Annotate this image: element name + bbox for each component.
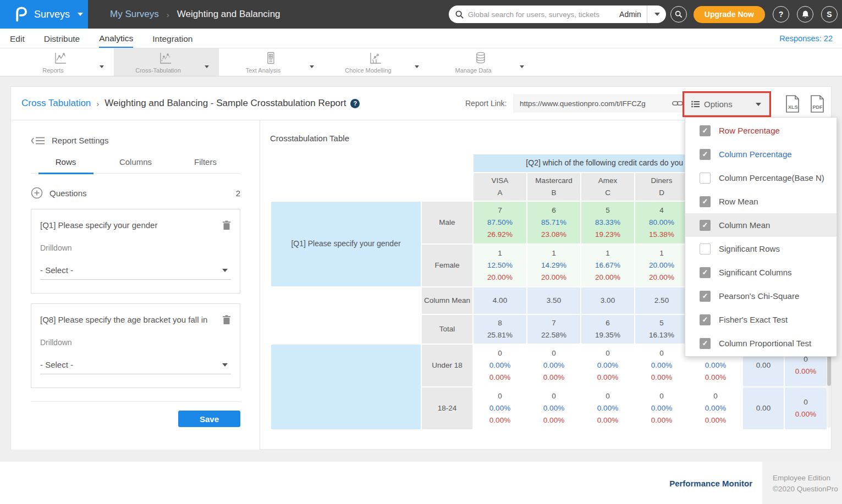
search-scope-dropdown[interactable] (647, 5, 666, 23)
report-title: Weighting and Balancing - Sample Crossta… (104, 98, 346, 109)
breadcrumb-current: Weighting and Balancing (177, 9, 280, 20)
drilldown-label: Drilldown (40, 243, 231, 252)
drilldown-select[interactable]: - Select - (40, 265, 231, 280)
data-cell: 00.00%0.00% (689, 387, 742, 429)
data-cell: 00.00%0.00% (474, 387, 526, 429)
nav-tab-analytics[interactable]: Analytics (99, 29, 133, 48)
top-bar: Surveys My Surveys › Weighting and Balan… (0, 0, 842, 29)
search-submit-button[interactable] (670, 6, 687, 23)
add-question-icon[interactable] (31, 187, 43, 199)
export-pdf-button[interactable]: PDF (809, 95, 826, 113)
collapse-menu-icon (31, 136, 45, 145)
total-cell: 619.35% (581, 315, 634, 344)
row-header-18-24: 18-24 (422, 387, 472, 429)
question-title: [Q1] Please specify your gender (40, 220, 222, 230)
toolbar-tab-text-analysis[interactable]: Text Analysis (219, 48, 324, 76)
tab-columns[interactable]: Columns (101, 157, 170, 173)
scrollbar-thumb[interactable] (827, 352, 831, 386)
database-icon (473, 51, 487, 65)
chevron-down-icon[interactable] (203, 60, 209, 70)
nav-tab-edit[interactable]: Edit (10, 30, 25, 47)
menu-item-column-mean[interactable]: Column Mean (685, 213, 837, 237)
tab-filters[interactable]: Filters (170, 157, 240, 173)
help-button[interactable]: ? (773, 6, 789, 23)
delete-question-button[interactable] (222, 315, 231, 325)
questions-count: 2 (236, 189, 240, 198)
menu-item-significant-rows[interactable]: Significant Rows (685, 237, 837, 261)
trash-icon (222, 220, 231, 230)
product-menu[interactable]: Surveys (0, 0, 88, 29)
total-cell: 516.13% (635, 315, 688, 344)
column-mean-cell: 3.00 (581, 287, 634, 314)
search-icon (675, 10, 683, 18)
menu-item-row-percentage[interactable]: Row Percentage (685, 119, 837, 142)
collapse-panel-button[interactable]: Report Settings (31, 136, 240, 145)
checkbox-checked-icon[interactable] (700, 267, 711, 278)
drilldown-select[interactable]: - Select - (40, 360, 231, 374)
checkbox-checked-icon[interactable] (700, 125, 711, 136)
user-avatar[interactable]: S (821, 6, 838, 23)
page: Surveys My Surveys › Weighting and Balan… (0, 0, 842, 504)
tab-rows[interactable]: Rows (31, 157, 101, 173)
column-header-mastercard: MastercardB (527, 173, 580, 201)
toolbar-tab-cross-tabulation[interactable]: Cross-Tabulation (114, 48, 219, 76)
menu-item-column-percentage-base-n[interactable]: Column Percentage(Base N) (685, 166, 837, 190)
responses-count[interactable]: Responses: 22 (779, 34, 842, 43)
checkbox-checked-icon[interactable] (700, 338, 711, 349)
toolbar-tab-reports[interactable]: Reports (9, 48, 114, 76)
menu-item-pearsons-chi-square[interactable]: Pearson's Chi-Square (685, 284, 837, 308)
total-cell: 722.58% (527, 315, 580, 344)
survey-nav: Edit Distribute Analytics Integration Re… (0, 29, 842, 48)
copyright-label: ©2020 QuestionPro (773, 484, 842, 495)
options-button[interactable]: Options (684, 93, 769, 115)
menu-item-significant-columns[interactable]: Significant Columns (685, 261, 837, 284)
options-highlight-box: Options (683, 91, 771, 117)
checkbox-checked-icon[interactable] (700, 314, 711, 325)
report-url-input[interactable] (513, 99, 670, 108)
menu-item-column-proportional-test[interactable]: Column Proportional Test (685, 331, 837, 355)
export-xls-button[interactable]: XLS (784, 95, 801, 113)
data-cell: 00.00%0.00% (635, 345, 688, 386)
svg-text:PDF: PDF (813, 104, 823, 110)
chevron-down-icon[interactable] (519, 60, 524, 70)
column-mean-cell: 3.50 (527, 287, 580, 314)
data-cell: 787.50%26.92% (474, 202, 526, 243)
global-search-input[interactable] (468, 10, 614, 19)
checkbox-checked-icon[interactable] (700, 291, 711, 302)
chevron-down-icon[interactable] (414, 60, 419, 70)
menu-item-column-percentage[interactable]: Column Percentage (685, 142, 837, 166)
checkbox-unchecked-icon[interactable] (700, 173, 711, 184)
upgrade-now-button[interactable]: Upgrade Now (694, 6, 765, 23)
line-chart-icon (53, 51, 67, 65)
topbar-actions: Admin Upgrade Now ? S (449, 5, 842, 23)
chevron-down-icon[interactable] (309, 60, 314, 70)
notifications-button[interactable] (797, 6, 813, 23)
search-scope-selector[interactable]: Admin (614, 10, 647, 19)
data-cell: 480.00%15.38% (635, 202, 688, 243)
cross-tabulation-link[interactable]: Cross Tabulation (21, 98, 91, 109)
toolbar-tab-label: Cross-Tabulation (114, 67, 202, 74)
data-cell: 114.29%20.00% (527, 245, 580, 286)
checkbox-checked-icon[interactable] (700, 149, 711, 160)
data-cell: 00.00%0.00% (474, 345, 526, 386)
checkbox-checked-icon[interactable] (700, 196, 711, 207)
delete-question-button[interactable] (222, 220, 231, 230)
checkbox-unchecked-icon[interactable] (700, 243, 711, 254)
menu-item-row-mean[interactable]: Row Mean (685, 190, 837, 213)
line-chart-icon (158, 51, 172, 65)
checkbox-checked-icon[interactable] (700, 220, 711, 231)
nav-tab-distribute[interactable]: Distribute (44, 30, 80, 47)
help-icon[interactable]: ? (350, 99, 360, 108)
nav-tab-integration[interactable]: Integration (152, 30, 192, 47)
toolbar-tab-manage-data[interactable]: Manage Data (429, 48, 534, 76)
save-button[interactable]: Save (178, 411, 240, 427)
chevron-down-icon[interactable] (98, 60, 104, 70)
row-group-label-q8 (271, 345, 421, 429)
options-button-label: Options (704, 99, 733, 109)
performance-monitor-link[interactable]: Performance Monitor (669, 479, 752, 488)
edition-label: Employee Edition (773, 473, 842, 484)
row-header-female: Female (422, 245, 472, 286)
toolbar-tab-choice-modelling[interactable]: Choice Modelling (324, 48, 429, 76)
breadcrumb-my-surveys[interactable]: My Surveys (110, 9, 159, 20)
menu-item-fishers-exact-test[interactable]: Fisher's Exact Test (685, 308, 837, 331)
